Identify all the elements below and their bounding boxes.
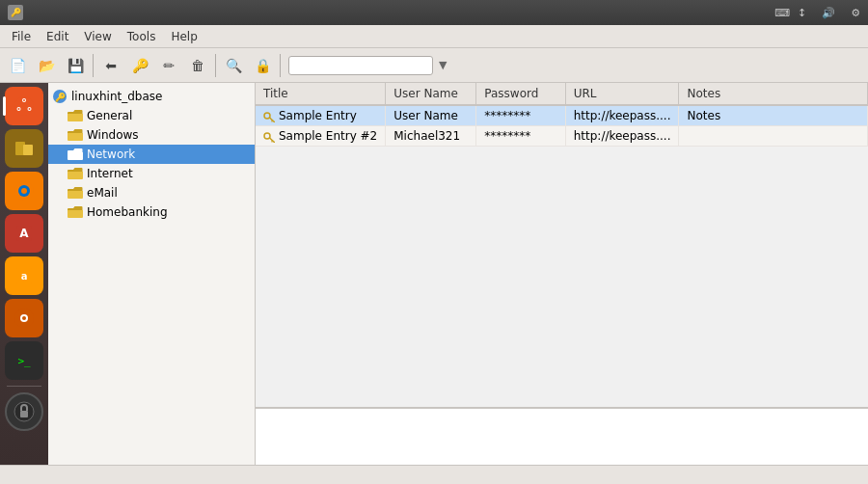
table-header-row: TitleUser NamePasswordURLNotes xyxy=(256,83,868,105)
titlebar-left: 🔑 xyxy=(8,5,29,20)
tree-label-homebanking: Homebanking xyxy=(87,205,168,219)
tree-item-homebanking[interactable]: Homebanking xyxy=(48,202,255,222)
search-input[interactable] xyxy=(293,59,428,72)
cell-password: ******** xyxy=(476,126,565,147)
toolbar-separator-2 xyxy=(280,54,281,77)
edit-entry-btn[interactable]: ✏ xyxy=(155,52,182,79)
dock: Aa>_ xyxy=(0,83,48,465)
svg-point-6 xyxy=(29,108,31,110)
toolbar: 📄📂💾⬅🔑✏🗑🔍🔒▼ xyxy=(0,48,868,83)
tree-panel[interactable]: 🔑 linuxhint_dbase General Windows Networ… xyxy=(48,83,256,465)
dock-icon-lock[interactable] xyxy=(5,392,43,431)
app-icon: 🔑 xyxy=(8,5,23,20)
svg-text:🔑: 🔑 xyxy=(55,92,67,103)
tree-item-network[interactable]: Network xyxy=(48,145,255,164)
key-icon xyxy=(263,111,275,122)
new-db-btn[interactable]: 📄 xyxy=(4,52,31,79)
menu-item-file[interactable]: File xyxy=(4,28,39,45)
tree-item-root[interactable]: 🔑 linuxhint_dbase xyxy=(48,87,255,106)
table-header: TitleUser NamePasswordURLNotes xyxy=(256,83,868,105)
key-icon xyxy=(263,131,275,143)
table-row[interactable]: Sample EntryUser Name********http://keep… xyxy=(256,105,868,126)
svg-point-4 xyxy=(23,99,25,101)
menu-item-view[interactable]: View xyxy=(76,28,119,45)
entries-table: TitleUser NamePasswordURLNotes Sample En… xyxy=(256,83,868,407)
tree-item-email[interactable]: eMail xyxy=(48,183,255,202)
col-header-title[interactable]: Title xyxy=(256,83,386,105)
tree-label-general: General xyxy=(87,109,132,122)
cell-url: http://keepass.... xyxy=(565,126,679,147)
menubar: FileEditViewToolsHelp xyxy=(0,25,868,48)
svg-rect-20 xyxy=(20,411,28,417)
network-indicator: ↕ xyxy=(798,7,806,19)
col-header-url[interactable]: URL xyxy=(565,83,679,105)
tree-label-internet: Internet xyxy=(87,167,133,180)
dock-icon-ubuntu[interactable] xyxy=(5,87,43,125)
save-db-btn[interactable]: 💾 xyxy=(62,52,89,79)
settings-icon[interactable]: ⚙ xyxy=(851,7,860,19)
tree-label-network: Network xyxy=(87,148,135,161)
delete-entry-btn[interactable]: 🗑 xyxy=(184,52,211,79)
col-header-username[interactable]: User Name xyxy=(386,83,476,105)
volume-indicator: 🔊 xyxy=(822,7,835,19)
svg-point-18 xyxy=(22,316,26,320)
password-table: TitleUser NamePasswordURLNotes Sample En… xyxy=(256,83,868,147)
dock-icon-firefox[interactable] xyxy=(5,172,43,210)
toolbar-search-box xyxy=(288,56,433,75)
table-body: Sample EntryUser Name********http://keep… xyxy=(256,105,868,147)
open-db-btn[interactable]: 📂 xyxy=(33,52,60,79)
col-header-notes[interactable]: Notes xyxy=(679,83,868,105)
tree-item-general[interactable]: General xyxy=(48,106,255,125)
back-btn[interactable]: ⬅ xyxy=(97,52,124,79)
dock-separator xyxy=(7,386,41,387)
dock-icon-software[interactable]: A xyxy=(5,214,43,253)
menu-item-edit[interactable]: Edit xyxy=(39,28,76,45)
folder-icon-windows xyxy=(68,127,83,143)
add-entry-btn[interactable]: 🔑 xyxy=(126,52,153,79)
find-btn[interactable]: 🔍 xyxy=(220,52,247,79)
search-dropdown[interactable]: ▼ xyxy=(439,59,447,71)
tree-root-icon: 🔑 xyxy=(52,89,68,104)
folder-icon-homebanking xyxy=(68,204,83,220)
cell-notes xyxy=(679,126,868,147)
cell-password: ******** xyxy=(476,105,565,126)
statusbar xyxy=(0,465,868,484)
svg-point-5 xyxy=(18,108,20,110)
tree-label-email: eMail xyxy=(87,186,118,200)
toolbar-separator xyxy=(215,54,216,77)
tree-root-label: linuxhint_dbase xyxy=(71,90,162,103)
menu-item-help[interactable]: Help xyxy=(163,28,204,45)
cell-notes: Notes xyxy=(679,105,868,126)
svg-rect-8 xyxy=(23,145,33,155)
folder-icon-network xyxy=(68,147,83,162)
tree-item-windows[interactable]: Windows xyxy=(48,125,255,145)
col-header-password[interactable]: Password xyxy=(476,83,565,105)
titlebar: 🔑 ⌨ ↕ 🔊 ⚙ xyxy=(0,0,868,25)
tree-item-internet[interactable]: Internet xyxy=(48,164,255,183)
tree-label-windows: Windows xyxy=(87,128,139,142)
svg-text:a: a xyxy=(21,271,28,282)
toolbar-separator xyxy=(93,54,94,77)
folder-icon-email xyxy=(68,185,83,201)
main-area: Aa>_ 🔑 linuxhint_dbase General Windows xyxy=(0,83,868,465)
svg-point-11 xyxy=(21,188,27,194)
folder-icon-general xyxy=(68,108,83,123)
cell-url: http://keepass.... xyxy=(565,105,679,126)
cell-title: Sample Entry xyxy=(256,105,386,126)
bottom-panel xyxy=(256,407,868,465)
table-row[interactable]: Sample Entry #2Michael321********http://… xyxy=(256,126,868,147)
content-area: TitleUser NamePasswordURLNotes Sample En… xyxy=(256,83,868,465)
cell-title: Sample Entry #2 xyxy=(256,126,386,147)
titlebar-right: ⌨ ↕ 🔊 ⚙ xyxy=(774,7,860,19)
cell-username: Michael321 xyxy=(386,126,476,147)
menu-item-tools[interactable]: Tools xyxy=(120,28,164,45)
dock-icon-amazon[interactable]: a xyxy=(5,256,43,295)
svg-text:A: A xyxy=(19,227,29,240)
keyboard-indicator: ⌨ xyxy=(774,7,790,19)
folder-icon-internet xyxy=(68,166,83,181)
dock-icon-settings[interactable] xyxy=(5,299,43,337)
cell-username: User Name xyxy=(386,105,476,126)
dock-icon-terminal[interactable]: >_ xyxy=(5,341,43,380)
lock-btn[interactable]: 🔒 xyxy=(249,52,276,79)
dock-icon-files[interactable] xyxy=(5,129,43,168)
